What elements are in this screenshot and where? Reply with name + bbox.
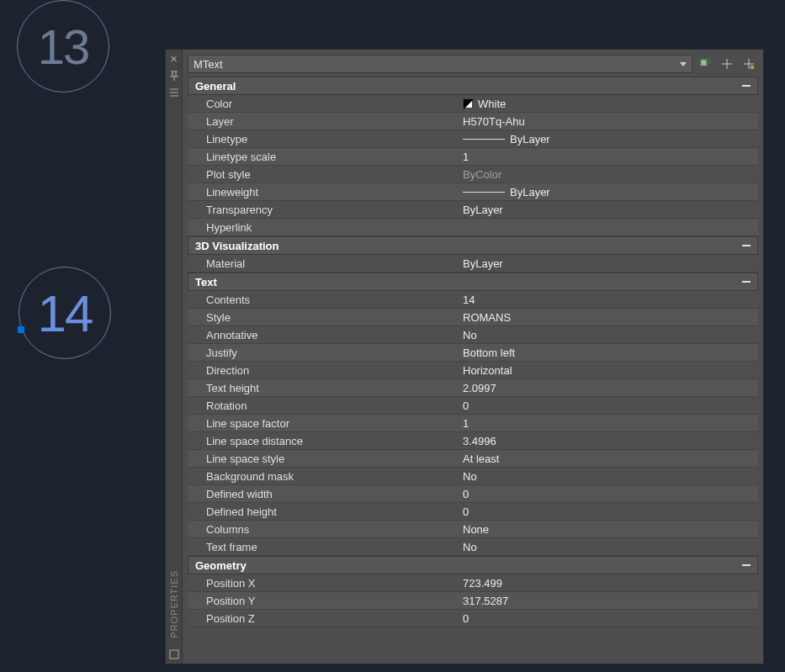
prop-row-plot-style[interactable]: Plot style ByColor: [188, 166, 758, 183]
prop-row-line-space-distance[interactable]: Line space distance 3.4996: [188, 432, 758, 450]
object-type-select[interactable]: MText: [188, 55, 692, 73]
section-rows-text: Contents 14 Style ROMANS Annotative No J…: [188, 291, 758, 556]
prop-label: Plot style: [188, 168, 463, 181]
section-header-geometry[interactable]: Geometry: [188, 556, 758, 574]
prop-row-line-space-style[interactable]: Line space style At least: [188, 450, 758, 468]
prop-label: Text frame: [188, 541, 463, 553]
prop-row-line-space-factor[interactable]: Line space factor 1: [188, 415, 758, 432]
prop-value: ByLayer: [463, 204, 758, 216]
prop-label: Defined width: [188, 488, 463, 500]
options-icon[interactable]: [168, 87, 180, 98]
prop-row-columns[interactable]: Columns None: [188, 521, 758, 538]
prop-row-color[interactable]: Color White: [188, 95, 758, 113]
prop-row-position-y[interactable]: Position Y 317.5287: [188, 592, 758, 610]
prop-row-annotative[interactable]: Annotative No: [188, 326, 758, 344]
prop-row-text-height[interactable]: Text height 2.0997: [188, 379, 758, 397]
prop-label: Background mask: [188, 470, 463, 483]
prop-row-transparency[interactable]: Transparency ByLayer: [188, 201, 758, 219]
lineweight-preview-icon: [463, 192, 505, 193]
prop-label: Text height: [188, 382, 463, 394]
section-title: Geometry: [195, 559, 247, 572]
section-header-text[interactable]: Text: [188, 273, 758, 291]
toggle-pickset-button[interactable]: [696, 55, 714, 73]
prop-value: H570Tq-Ahu: [463, 115, 758, 128]
panel-title: PROPERTIES: [169, 570, 179, 638]
prop-row-linetype[interactable]: Linetype ByLayer: [188, 130, 758, 148]
prop-label: Line space distance: [188, 435, 463, 447]
select-objects-button[interactable]: [718, 55, 736, 73]
prop-label: Position Y: [188, 595, 463, 607]
prop-row-linetype-scale[interactable]: Linetype scale 1: [188, 148, 758, 166]
section-title: General: [195, 80, 236, 93]
prop-row-direction[interactable]: Direction Horizontal: [188, 362, 758, 379]
prop-value: No: [463, 541, 758, 553]
prop-value: ByColor: [463, 168, 758, 181]
prop-label: Defined height: [188, 505, 463, 518]
prop-value: White: [463, 98, 758, 110]
prop-label: Linetype scale: [188, 151, 463, 163]
section-rows-3d-visualization: Material ByLayer: [188, 255, 758, 273]
prop-row-style[interactable]: Style ROMANS: [188, 309, 758, 326]
prop-label: Rotation: [188, 399, 463, 412]
prop-label: Position X: [188, 577, 463, 590]
panel-title-bar[interactable]: ✕ PROPERTIES: [166, 50, 183, 664]
object-type-row: MText: [188, 55, 758, 73]
chevron-down-icon: [680, 62, 687, 66]
prop-value: None: [463, 523, 758, 536]
circle-label-14[interactable]: 14: [19, 267, 111, 359]
prop-value: ByLayer: [463, 133, 758, 146]
prop-value: Bottom left: [463, 347, 758, 359]
panel-menu-icon[interactable]: [168, 648, 180, 660]
prop-row-defined-width[interactable]: Defined width 0: [188, 485, 758, 503]
prop-row-lineweight[interactable]: Lineweight ByLayer: [188, 183, 758, 201]
prop-row-position-z[interactable]: Position Z 0: [188, 610, 758, 627]
quick-select-button[interactable]: [740, 55, 758, 73]
prop-row-position-x[interactable]: Position X 723.499: [188, 574, 758, 592]
selection-grip[interactable]: [18, 326, 24, 333]
collapse-icon: [742, 281, 751, 283]
prop-value: 14: [463, 294, 758, 306]
prop-value: 0: [463, 399, 758, 412]
prop-row-contents[interactable]: Contents 14: [188, 291, 758, 309]
object-type-value: MText: [194, 58, 223, 71]
prop-label: Style: [188, 311, 463, 324]
prop-row-rotation[interactable]: Rotation 0: [188, 397, 758, 415]
section-header-general[interactable]: General: [188, 77, 758, 95]
prop-row-background-mask[interactable]: Background mask No: [188, 468, 758, 485]
prop-value: 723.499: [463, 577, 758, 590]
section-rows-geometry: Position X 723.499 Position Y 317.5287 P…: [188, 574, 758, 627]
label-text: 14: [38, 283, 93, 343]
prop-label: Linetype: [188, 133, 463, 146]
prop-label: Hyperlink: [188, 221, 463, 234]
prop-label: Color: [188, 98, 463, 110]
prop-label: Material: [188, 257, 463, 270]
collapse-icon: [742, 245, 751, 246]
prop-value: 317.5287: [463, 595, 758, 607]
prop-value: At least: [463, 452, 758, 465]
section-title: 3D Visualization: [195, 240, 278, 252]
prop-value: 1: [463, 151, 758, 163]
prop-label: Transparency: [188, 204, 463, 216]
pin-icon[interactable]: [168, 70, 180, 82]
svg-rect-1: [701, 60, 707, 66]
prop-row-text-frame[interactable]: Text frame No: [188, 538, 758, 556]
prop-value: 2.0997: [463, 382, 758, 394]
prop-row-hyperlink[interactable]: Hyperlink: [188, 219, 758, 236]
prop-value: ByLayer: [463, 257, 758, 270]
prop-row-defined-height[interactable]: Defined height 0: [188, 503, 758, 521]
prop-value: 0: [463, 505, 758, 518]
panel-body: MText General Color White: [183, 50, 763, 664]
prop-row-layer[interactable]: Layer H570Tq-Ahu: [188, 113, 758, 130]
circle-label-13[interactable]: 13: [17, 0, 109, 93]
section-title: Text: [195, 276, 217, 288]
linetype-preview-icon: [463, 139, 505, 140]
label-text: 13: [38, 19, 89, 75]
prop-value: 0: [463, 612, 758, 625]
prop-value: No: [463, 470, 758, 483]
prop-row-justify[interactable]: Justify Bottom left: [188, 344, 758, 362]
section-header-3d-visualization[interactable]: 3D Visualization: [188, 236, 758, 255]
prop-value: 3.4996: [463, 435, 758, 447]
prop-value: ByLayer: [463, 186, 758, 198]
close-icon[interactable]: ✕: [168, 53, 180, 65]
prop-row-material[interactable]: Material ByLayer: [188, 255, 758, 273]
